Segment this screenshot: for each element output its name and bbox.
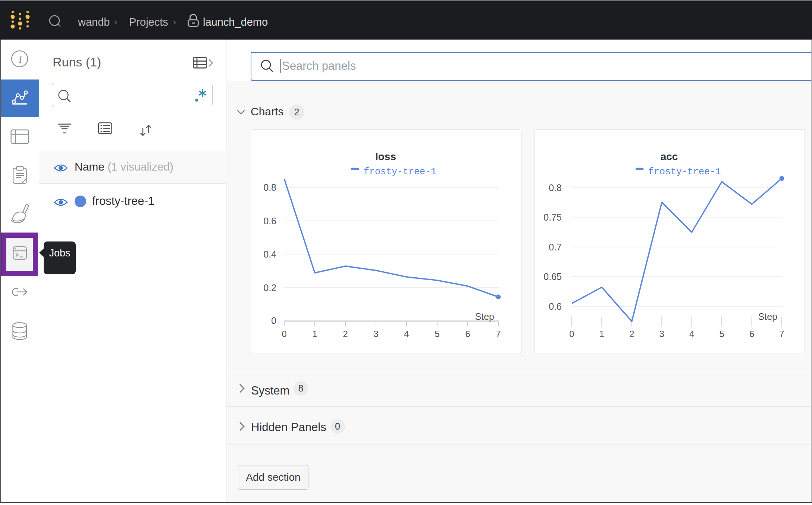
svg-text:0: 0 <box>282 329 286 339</box>
svg-text:0.65: 0.65 <box>543 271 562 282</box>
svg-text:0: 0 <box>569 329 574 339</box>
svg-text:0.75: 0.75 <box>543 212 562 222</box>
svg-text:0.7: 0.7 <box>549 242 562 252</box>
svg-text:4: 4 <box>689 329 694 339</box>
svg-text:6: 6 <box>749 329 754 339</box>
svg-text:0.8: 0.8 <box>549 183 562 193</box>
svg-text:frosty-tree-1: frosty-tree-1 <box>364 166 436 177</box>
svg-text:0.2: 0.2 <box>263 283 276 293</box>
svg-text:7: 7 <box>496 329 501 339</box>
svg-text:Step: Step <box>475 311 494 322</box>
svg-text:frosty-tree-1: frosty-tree-1 <box>648 166 721 177</box>
svg-text:0.6: 0.6 <box>263 216 276 226</box>
svg-text:0.6: 0.6 <box>549 301 562 312</box>
svg-text:3: 3 <box>373 329 378 339</box>
svg-text:3: 3 <box>659 329 664 339</box>
svg-text:0: 0 <box>271 315 276 326</box>
svg-text:i: i <box>19 53 22 65</box>
svg-text:1: 1 <box>312 329 317 339</box>
svg-text:6: 6 <box>465 329 470 339</box>
svg-text:loss: loss <box>375 151 396 162</box>
svg-text:2: 2 <box>629 329 634 339</box>
svg-text:2: 2 <box>343 329 348 339</box>
svg-text:0.4: 0.4 <box>263 249 276 259</box>
svg-text:4: 4 <box>404 329 409 339</box>
svg-text:1: 1 <box>599 329 604 339</box>
svg-text:5: 5 <box>719 329 724 339</box>
svg-text:7: 7 <box>779 329 784 339</box>
svg-text:acc: acc <box>661 151 678 162</box>
svg-text:5: 5 <box>435 329 439 339</box>
svg-text:0.8: 0.8 <box>263 182 276 193</box>
svg-text:Step: Step <box>758 311 777 322</box>
